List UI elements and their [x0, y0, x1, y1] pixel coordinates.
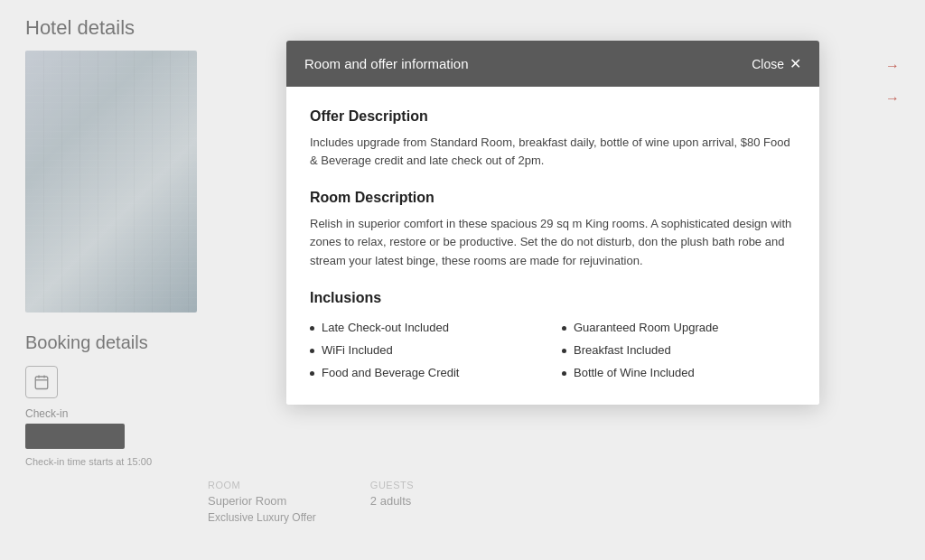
inclusion-item: WiFi Included	[310, 343, 544, 357]
offer-section-title: Offer Description	[310, 108, 796, 125]
bullet-icon	[562, 326, 566, 331]
offer-section-text: Includes upgrade from Standard Room, bre…	[310, 134, 796, 170]
modal-close-label: Close	[752, 57, 784, 71]
inclusions-grid: Late Check-out Included Guaranteed Room …	[310, 321, 796, 379]
bullet-icon	[310, 326, 314, 331]
modal-close-icon: ✕	[790, 55, 801, 72]
modal-dialog: Room and offer information Close ✕ Offer…	[286, 41, 819, 405]
modal-overlay: Room and offer information Close ✕ Offer…	[0, 0, 925, 560]
bullet-icon	[310, 371, 314, 376]
modal-close-button[interactable]: Close ✕	[752, 55, 801, 72]
inclusion-item: Food and Beverage Credit	[310, 366, 544, 379]
room-section-title: Room Description	[310, 190, 796, 206]
inclusion-text: Food and Beverage Credit	[322, 366, 459, 379]
inclusion-item: Bottle of Wine Included	[562, 366, 796, 379]
inclusion-item: Guaranteed Room Upgrade	[562, 321, 796, 334]
inclusion-item: Late Check-out Included	[310, 321, 544, 334]
inclusion-item: Breakfast Included	[562, 343, 796, 357]
room-section-text: Relish in superior comfort in these spac…	[310, 215, 796, 269]
inclusions-title: Inclusions	[310, 290, 796, 306]
modal-title: Room and offer information	[304, 56, 469, 71]
page-background: Hotel details Booking details Check-in C…	[0, 0, 925, 560]
bullet-icon	[310, 349, 314, 353]
bullet-icon	[562, 349, 566, 353]
modal-header: Room and offer information Close ✕	[286, 41, 819, 87]
inclusion-text: WiFi Included	[322, 343, 393, 357]
inclusion-text: Bottle of Wine Included	[574, 366, 695, 379]
inclusion-text: Guaranteed Room Upgrade	[574, 321, 718, 334]
inclusion-text: Breakfast Included	[574, 343, 671, 357]
modal-body: Offer Description Includes upgrade from …	[286, 87, 819, 405]
inclusion-text: Late Check-out Included	[322, 321, 449, 334]
bullet-icon	[562, 371, 566, 376]
